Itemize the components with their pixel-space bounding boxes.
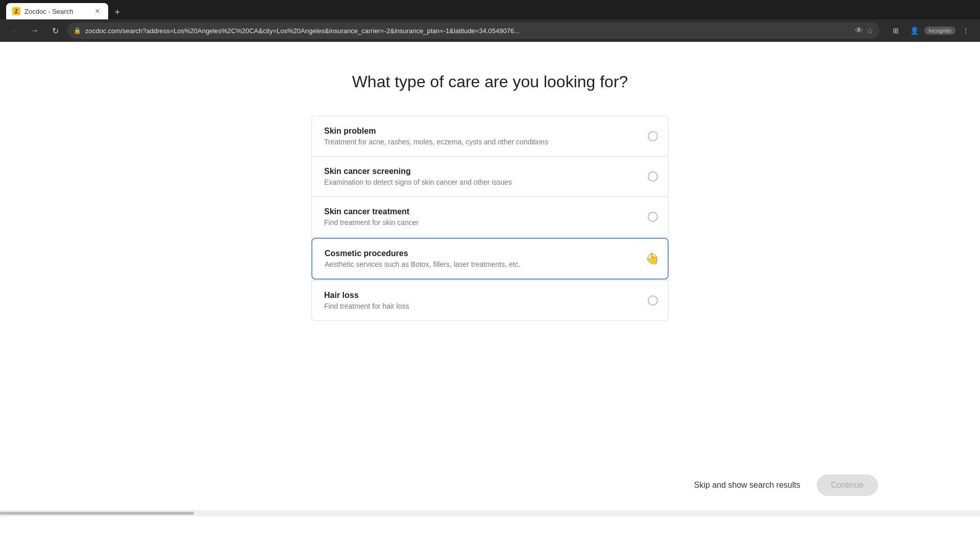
option-skin-cancer-screening-desc: Examination to detect signs of skin canc… [324,178,640,186]
option-skin-cancer-treatment-title: Skin cancer treatment [324,207,640,216]
option-cosmetic-procedures[interactable]: Cosmetic procedures Aesthetic services s… [311,238,669,280]
option-skin-problem-desc: Treatment for acne, rashes, moles, eczem… [324,138,640,146]
option-skin-cancer-screening[interactable]: Skin cancer screening Examination to det… [311,157,669,197]
url-text: zocdoc.com/search?address=Los%20Angeles%… [85,27,851,35]
incognito-badge: Incognito [924,27,955,35]
radio-skin-problem[interactable] [648,131,658,141]
toolbar-icons: ⊞ 👤 Incognito ⋮ [888,22,974,39]
option-skin-cancer-treatment-desc: Find treatment for skin cancer [324,218,640,227]
active-tab[interactable]: Z Zocdoc - Search ✕ [6,3,108,19]
reload-button[interactable]: ↻ [47,22,63,39]
eye-slash-icon: 👁 [855,26,863,35]
address-bar-row: ← → ↻ 🔒 zocdoc.com/search?address=Los%20… [0,19,980,42]
cursor-hand-icon: 👆 [646,252,659,265]
option-skin-cancer-screening-title: Skin cancer screening [324,167,640,176]
option-skin-cancer-treatment[interactable]: Skin cancer treatment Find treatment for… [311,197,669,237]
scroll-bar[interactable] [0,510,980,516]
option-cosmetic-procedures-title: Cosmetic procedures [325,249,639,258]
scroll-bar-thumb [0,512,194,515]
skip-button[interactable]: Skip and show search results [694,481,800,490]
page-content: What type of care are you looking for? S… [0,42,980,516]
option-skin-problem-title: Skin problem [324,127,640,136]
extensions-button[interactable]: ⊞ [888,22,904,39]
new-tab-button[interactable]: + [110,5,125,19]
address-bar[interactable]: 🔒 zocdoc.com/search?address=Los%20Angele… [67,22,879,39]
tab-close-button[interactable]: ✕ [93,7,102,16]
radio-skin-cancer-screening[interactable] [648,171,658,182]
tab-bar: Z Zocdoc - Search ✕ + [0,0,980,19]
tab-title: Zocdoc - Search [24,8,89,15]
bookmark-icon: ☆ [866,26,873,36]
bottom-action-bar: Skip and show search results Continue [694,474,878,496]
option-cosmetic-procedures-desc: Aesthetic services such as Botox, filler… [325,260,639,268]
back-button[interactable]: ← [6,22,22,39]
radio-hair-loss[interactable] [648,295,658,306]
page-title: What type of care are you looking for? [352,72,628,91]
option-hair-loss-title: Hair loss [324,291,640,300]
forward-button[interactable]: → [27,22,43,39]
address-bar-icons: 👁 ☆ [855,26,873,36]
lock-icon: 🔒 [74,27,81,34]
option-hair-loss[interactable]: Hair loss Find treatment for hair loss [311,280,669,321]
continue-button[interactable]: Continue [817,474,878,496]
menu-button[interactable]: ⋮ [958,22,974,39]
radio-skin-cancer-treatment[interactable] [648,212,658,222]
profile-button[interactable]: 👤 [906,22,922,39]
option-hair-loss-desc: Find treatment for hair loss [324,302,640,310]
options-container: Skin problem Treatment for acne, rashes,… [311,116,669,321]
radio-cosmetic-procedures[interactable]: 👆 [647,254,657,264]
tab-favicon: Z [12,7,20,15]
option-skin-problem[interactable]: Skin problem Treatment for acne, rashes,… [311,116,669,157]
